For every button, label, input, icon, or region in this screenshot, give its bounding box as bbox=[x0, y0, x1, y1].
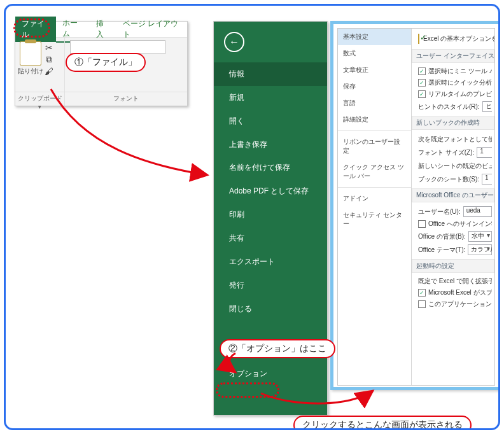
optcat-language[interactable]: 言語 bbox=[338, 95, 411, 111]
paste-icon[interactable] bbox=[20, 41, 41, 66]
optcat-save[interactable]: 保存 bbox=[338, 78, 411, 95]
bs-item-new[interactable]: 新規 bbox=[214, 86, 327, 109]
optcat-formulas[interactable]: 数式 bbox=[338, 45, 411, 62]
font-name-combo[interactable] bbox=[70, 40, 165, 54]
cb-quick-analysis[interactable]: ✓ bbox=[418, 79, 426, 87]
bs-item-info[interactable]: 情報 bbox=[214, 62, 327, 86]
tutorial-frame: ファイル ホーム 挿入 ページ レイアウト 貼り付け ✂ ⧉ 🖌 bbox=[4, 4, 500, 430]
cb-start-screen[interactable] bbox=[418, 300, 426, 308]
bs-item-open[interactable]: 開く bbox=[214, 109, 327, 133]
section-startup: 起動時の設定 bbox=[412, 259, 494, 273]
bs-item-close[interactable]: 閉じる bbox=[214, 297, 327, 321]
excel-options-dialog: 基本設定 数式 文章校正 保存 言語 詳細設定 リボンのユーザー設定 クイック … bbox=[330, 21, 500, 390]
options-title-icon bbox=[418, 34, 419, 44]
callout-1-file: ①「ファイル」 bbox=[66, 53, 146, 72]
optcat-general[interactable]: 基本設定 bbox=[338, 29, 411, 45]
group-label-font: フォント bbox=[65, 92, 187, 106]
dd-office-theme[interactable]: カラフル bbox=[468, 244, 492, 255]
dd-hint-style[interactable]: ヒントに機能の bbox=[482, 101, 492, 112]
callout-2-options: ②「オプション」はここ bbox=[220, 339, 335, 358]
bs-item-publish[interactable]: 発行 bbox=[214, 274, 327, 297]
back-arrow-icon[interactable]: ← bbox=[224, 32, 244, 52]
bs-item-export[interactable]: エクスポート bbox=[214, 250, 327, 274]
bs-item-adobe-pdf[interactable]: Adobe PDF として保存 bbox=[214, 179, 327, 203]
cb-default-spreadsheet[interactable]: ✓ bbox=[418, 289, 426, 297]
group-clipboard: 貼り付け ✂ ⧉ 🖌 bbox=[15, 38, 65, 92]
bs-item-print[interactable]: 印刷 bbox=[214, 203, 327, 227]
bs-item-share[interactable]: 共有 bbox=[214, 227, 327, 250]
bs-item-saveas[interactable]: 名前を付けて保存 bbox=[214, 157, 327, 179]
optcat-trust[interactable]: セキュリティ センター bbox=[338, 207, 411, 232]
section-ui: ユーザー インターフェイスのオプション bbox=[412, 49, 494, 63]
optcat-ribbon[interactable]: リボンのユーザー設定 bbox=[338, 134, 411, 159]
dd-office-bg[interactable]: 水中 bbox=[468, 231, 492, 242]
options-category-list: 基本設定 数式 文章校正 保存 言語 詳細設定 リボンのユーザー設定 クイック … bbox=[338, 29, 412, 385]
paste-label: 貼り付け bbox=[18, 67, 43, 76]
copy-icon[interactable]: ⧉ bbox=[45, 54, 53, 65]
optcat-proofing[interactable]: 文章校正 bbox=[338, 62, 411, 78]
bs-item-save[interactable]: 上書き保存 bbox=[214, 133, 327, 157]
highlight-options bbox=[216, 382, 279, 398]
dd-font-size[interactable]: 1 bbox=[477, 147, 492, 158]
options-title: Excel の基本オプションを設 bbox=[423, 34, 494, 43]
cut-icon[interactable]: ✂ bbox=[45, 43, 53, 53]
group-label-clipboard: クリップボード ▾ bbox=[15, 92, 65, 106]
cb-live-preview[interactable]: ✓ bbox=[418, 90, 426, 98]
highlight-file-tab bbox=[13, 18, 50, 38]
cb-mini-toolbar[interactable]: ✓ bbox=[418, 67, 426, 75]
callout-3-result: クリックするとこんな画面が表示される bbox=[293, 416, 472, 430]
section-office-user: Microsoft Office のユーザー設定 bbox=[412, 188, 494, 202]
input-sheet-count[interactable]: 1 bbox=[482, 174, 492, 185]
optcat-addins[interactable]: アドイン bbox=[338, 190, 411, 207]
optcat-qat[interactable]: クイック アクセス ツール バー bbox=[338, 159, 411, 185]
cb-office-signin[interactable] bbox=[418, 220, 426, 228]
optcat-advanced[interactable]: 詳細設定 bbox=[338, 111, 411, 128]
input-username[interactable]: ueda bbox=[463, 206, 492, 217]
options-main-panel: Excel の基本オプションを設 ユーザー インターフェイスのオプション ✓選択… bbox=[412, 29, 494, 385]
section-newbook: 新しいブックの作成時 bbox=[412, 116, 494, 130]
format-painter-icon[interactable]: 🖌 bbox=[45, 66, 53, 76]
